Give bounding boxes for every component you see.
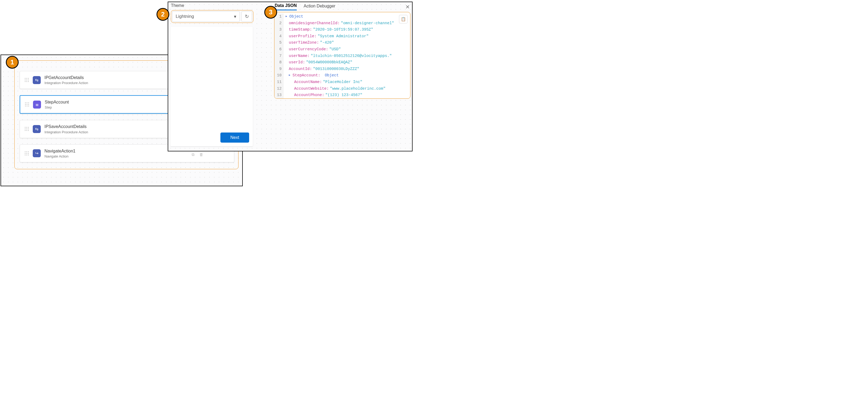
delete-icon[interactable]: 🗑: [199, 152, 204, 157]
preview-json-panel: Theme Lightning ▾ ↻ Next Data JSON Actio…: [168, 2, 412, 151]
line-number: 3: [274, 26, 283, 33]
json-key: userCurrencyCode:: [289, 46, 328, 53]
json-value: "PlaceHolder Inc": [323, 79, 362, 86]
line-number: 9: [274, 66, 283, 72]
chevron-down-icon: ▾: [234, 14, 236, 20]
close-icon[interactable]: ✕: [405, 4, 410, 9]
canvas-item-title: StepAccount: [45, 99, 69, 104]
theme-label: Theme: [171, 3, 184, 8]
expand-icon[interactable]: ▶: [289, 72, 290, 79]
line-number: 7: [274, 53, 283, 59]
json-area: Data JSON Action Debugger ✕ 📋 1 ▶ Object…: [274, 3, 410, 102]
canvas-item-texts: IPGetAccountDetailsIntegration Procedure…: [44, 75, 88, 85]
canvas-item-title: IPSaveAccountDetails: [44, 124, 88, 129]
json-value: "ltulchin-05012512126@vlocityapps.": [311, 53, 392, 59]
json-value: "-420": [320, 39, 334, 46]
json-key: AccountWebsite:: [294, 86, 329, 92]
canvas-item-texts: StepAccountStep: [45, 99, 69, 109]
copy-button[interactable]: 📋: [399, 15, 407, 24]
clipboard-icon: 📋: [401, 17, 406, 22]
refresh-icon: ↻: [245, 13, 249, 20]
json-key: userId:: [289, 59, 305, 66]
json-value: "omni-designer-channel": [341, 20, 394, 27]
json-value: Object: [325, 72, 339, 79]
line-number: 6: [274, 46, 283, 53]
json-code: 1 ▶ Object 2 omnidesignerChannelId: "omn…: [274, 12, 410, 98]
ip-icon: ⇆: [33, 125, 41, 133]
theme-select-value: Lightning: [176, 14, 194, 19]
canvas-item-title: NavigateAction1: [44, 149, 75, 154]
json-key: userName:: [289, 53, 310, 59]
refresh-button[interactable]: ↻: [241, 11, 252, 22]
json-key: AccountId:: [289, 66, 312, 72]
json-key: userTimeZone:: [289, 39, 319, 46]
json-key: timeStamp:: [289, 26, 312, 33]
json-value: "System Administrator": [317, 33, 368, 40]
drag-handle-icon[interactable]: [25, 150, 29, 156]
json-panel-highlight: 📋 1 ▶ Object 2 omnidesignerChannelId: "o…: [274, 12, 410, 99]
canvas-item-subtitle: Navigate Action: [44, 154, 75, 158]
json-value: "USD": [329, 46, 341, 53]
canvas-item-subtitle: Integration Procedure Action: [44, 130, 88, 134]
line-number: 8: [274, 59, 283, 66]
canvas-item-title: IPGetAccountDetails: [44, 75, 88, 80]
drag-handle-icon[interactable]: [25, 77, 29, 83]
line-number: 12: [274, 86, 283, 92]
duplicate-icon[interactable]: ⧉: [192, 152, 194, 157]
json-key: userProfile:: [289, 33, 316, 40]
theme-row-highlight: Lightning ▾ ↻: [171, 10, 253, 23]
json-value: "0054W00000BbkEAQAZ": [306, 59, 352, 66]
json-value: "0013i0000030LDyZZZ": [313, 66, 359, 72]
ip-icon: ⇆: [33, 76, 41, 84]
canvas-item-subtitle: Step: [45, 105, 69, 109]
theme-select[interactable]: Lightning ▾: [172, 11, 240, 22]
json-tabs: Data JSON Action Debugger ✕: [274, 3, 410, 10]
canvas-item-subtitle: Integration Procedure Action: [44, 81, 88, 85]
line-number: 5: [274, 39, 283, 46]
json-key: AccountPhone:: [294, 92, 324, 98]
line-number: 13: [274, 92, 283, 98]
tab-action-debugger[interactable]: Action Debugger: [304, 4, 335, 10]
canvas-item-texts: IPSaveAccountDetailsIntegration Procedur…: [44, 124, 88, 134]
next-button[interactable]: Next: [220, 132, 249, 142]
expand-icon[interactable]: ▶: [286, 13, 287, 20]
drag-handle-icon[interactable]: [25, 102, 29, 107]
json-key: AccountName:: [294, 79, 322, 86]
callout-badge-2: 2: [156, 8, 169, 21]
callout-badge-3: 3: [264, 6, 277, 19]
line-number: 4: [274, 33, 283, 40]
preview-card: Next: [170, 27, 253, 146]
line-number: 2: [274, 20, 283, 27]
tab-data-json[interactable]: Data JSON: [275, 3, 297, 10]
nav-icon: ↪: [33, 149, 41, 157]
callout-badge-1: 1: [6, 56, 19, 69]
json-value: "(123) 123-4567": [325, 92, 362, 98]
canvas-item-texts: NavigateAction1Navigate Action: [44, 149, 75, 158]
mini-action-icons: ⧉ 🗑: [192, 152, 204, 157]
json-value: "2020-10-10T19:59:07.395Z": [313, 26, 373, 33]
drag-handle-icon[interactable]: [25, 126, 29, 132]
json-key: StepAccount:: [292, 72, 320, 79]
line-number: 10: [274, 72, 283, 79]
json-value: "www.placeholderinc.com": [330, 86, 386, 92]
line-number: 11: [274, 79, 283, 86]
json-key: omnidesignerChannelId:: [289, 20, 340, 27]
next-button-label: Next: [230, 135, 239, 140]
json-root: Object: [289, 13, 303, 20]
step-icon: ≣: [33, 101, 41, 108]
